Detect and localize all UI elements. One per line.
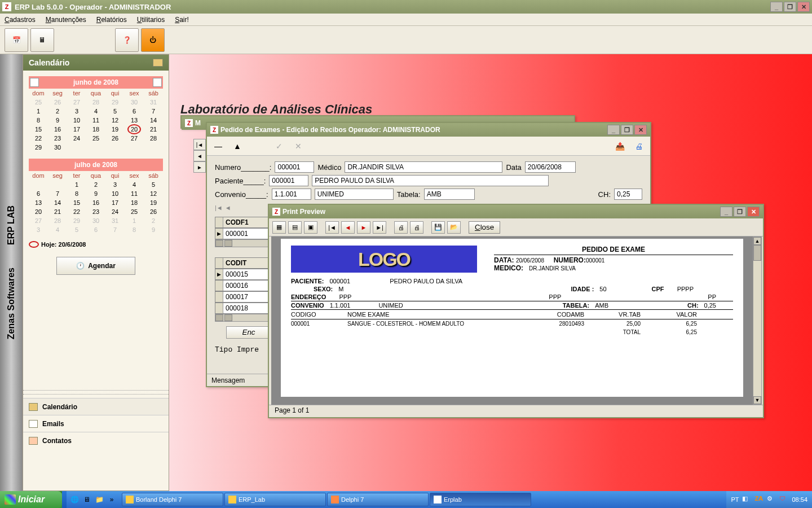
pedido-close-button[interactable]: ✕ <box>634 125 647 135</box>
day-cell[interactable]: 19 <box>144 198 163 207</box>
pv-100-icon[interactable]: ▣ <box>304 221 317 234</box>
day-cell[interactable]: 26 <box>105 134 125 143</box>
tray-shield-icon[interactable]: 🛡 <box>779 495 788 504</box>
day-cell[interactable]: 29 <box>67 216 86 225</box>
toolbar-help-icon[interactable]: ❓ <box>115 28 139 52</box>
day-cell[interactable]: 23 <box>86 207 105 216</box>
pv-pagewidth-icon[interactable]: ▤ <box>288 221 302 234</box>
day-cell[interactable]: 14 <box>144 116 163 125</box>
day-cell[interactable]: 2 <box>144 216 163 225</box>
day-cell[interactable]: 10 <box>67 116 86 125</box>
day-cell[interactable]: 24 <box>67 134 86 143</box>
day-cell[interactable] <box>29 180 48 189</box>
month-next-button[interactable]: ► <box>153 78 162 87</box>
day-cell[interactable]: 17 <box>105 198 125 207</box>
day-cell[interactable]: 19 <box>105 125 125 134</box>
today-row[interactable]: Hoje: 20/6/2008 <box>29 241 163 248</box>
day-cell[interactable] <box>48 180 67 189</box>
day-cell[interactable]: 6 <box>125 107 144 116</box>
day-cell[interactable]: 30 <box>86 216 105 225</box>
menu-relatorios[interactable]: Relatórios <box>96 16 127 24</box>
toolbar-calendar-icon[interactable]: 📅 <box>5 28 28 52</box>
paciente-cod-field[interactable] <box>269 175 308 186</box>
day-cell[interactable]: 27 <box>125 134 144 143</box>
subnav-prev[interactable]: ◄ <box>225 204 231 211</box>
day-cell[interactable]: 11 <box>125 189 144 198</box>
day-cell[interactable]: 22 <box>29 134 48 143</box>
day-cell[interactable]: 13 <box>29 198 48 207</box>
day-cell[interactable]: 26 <box>48 98 67 107</box>
day-cell[interactable]: 7 <box>105 225 125 234</box>
tabela-field[interactable] <box>424 189 475 200</box>
pv-print-icon[interactable]: 🖨 <box>410 221 423 234</box>
day-cell[interactable] <box>67 143 86 152</box>
tb-export-icon[interactable]: 📤 <box>613 139 626 153</box>
toolbar-calculator-icon[interactable]: 🖩 <box>30 28 54 52</box>
day-cell[interactable]: 7 <box>48 189 67 198</box>
pv-printsetup-icon[interactable]: 🖨 <box>394 221 408 234</box>
encerrado-button[interactable]: Enc <box>226 326 271 339</box>
close-button[interactable]: ✕ <box>797 2 810 12</box>
scroll-up-icon[interactable]: ▲ <box>753 237 761 245</box>
day-cell[interactable]: 6 <box>29 189 48 198</box>
day-cell[interactable]: 1 <box>29 107 48 116</box>
day-cell[interactable]: 22 <box>67 207 86 216</box>
day-cell[interactable]: 28 <box>48 216 67 225</box>
day-cell[interactable]: 25 <box>86 134 105 143</box>
tb-up-icon[interactable]: ▲ <box>231 139 244 153</box>
day-cell[interactable]: 12 <box>144 189 163 198</box>
day-cell[interactable]: 31 <box>105 216 125 225</box>
preview-maximize-button[interactable]: ❐ <box>734 207 746 217</box>
preview-close-button[interactable]: ✕ <box>747 207 760 217</box>
day-cell[interactable]: 4 <box>86 107 105 116</box>
day-cell[interactable] <box>86 143 105 152</box>
tb-print-icon[interactable]: 🖨 <box>632 139 646 153</box>
day-cell[interactable]: 27 <box>67 98 86 107</box>
day-cell[interactable]: 1 <box>125 216 144 225</box>
subnav-first[interactable]: |◄ <box>215 204 223 211</box>
maximize-button[interactable]: ❐ <box>784 2 796 12</box>
data-field[interactable] <box>525 161 576 173</box>
day-cell[interactable]: 2 <box>48 107 67 116</box>
menu-sair[interactable]: Sair! <box>175 16 189 24</box>
pedido-maximize-button[interactable]: ❐ <box>621 125 633 135</box>
ch-field[interactable] <box>614 189 642 200</box>
day-cell[interactable]: 14 <box>48 198 67 207</box>
ql-more-icon[interactable]: » <box>106 494 117 505</box>
day-cell[interactable]: 5 <box>105 107 125 116</box>
day-cell[interactable]: 29 <box>105 98 125 107</box>
day-cell[interactable]: 8 <box>29 116 48 125</box>
pv-close-button[interactable]: CCloselose <box>469 221 500 234</box>
day-cell[interactable]: 17 <box>67 125 86 134</box>
numero-field[interactable] <box>275 161 314 173</box>
pv-wholepage-icon[interactable]: ▦ <box>272 221 286 234</box>
day-cell[interactable]: 6 <box>86 225 105 234</box>
menu-cadastros[interactable]: CCadastrosadastros <box>5 16 36 24</box>
pv-save-icon[interactable]: 💾 <box>431 221 445 234</box>
day-cell[interactable]: 9 <box>48 116 67 125</box>
medico-field[interactable] <box>345 161 502 173</box>
day-cell[interactable]: 8 <box>125 225 144 234</box>
pedido-minimize-button[interactable]: _ <box>607 125 620 135</box>
day-cell[interactable]: 5 <box>67 225 86 234</box>
day-cell[interactable]: 25 <box>29 98 48 107</box>
day-cell[interactable]: 26 <box>144 207 163 216</box>
agendar-button[interactable]: 🕐 Agendar <box>56 257 135 275</box>
day-cell[interactable]: 28 <box>144 134 163 143</box>
nav-prev-button[interactable]: ◄ <box>193 150 206 161</box>
day-cell[interactable]: 7 <box>144 107 163 116</box>
day-cell[interactable]: 18 <box>86 125 105 134</box>
day-cell[interactable]: 20 <box>125 125 144 134</box>
start-button[interactable]: Iniciar <box>0 491 62 508</box>
day-cell[interactable]: 3 <box>105 180 125 189</box>
pv-prev-icon[interactable]: ◄ <box>341 221 355 234</box>
day-cell[interactable]: 24 <box>105 207 125 216</box>
pv-open-icon[interactable]: 📂 <box>447 221 461 234</box>
tb-minus-icon[interactable]: — <box>211 139 225 153</box>
nav-first-button[interactable]: |◄ <box>193 139 206 150</box>
day-cell[interactable]: 16 <box>48 125 67 134</box>
pedido-titlebar[interactable]: Z Pedido de Exames - Edição de Recibos O… <box>207 123 650 137</box>
day-cell[interactable]: 2 <box>86 180 105 189</box>
day-cell[interactable] <box>105 143 125 152</box>
scroll-down-icon[interactable]: ▼ <box>753 396 761 404</box>
